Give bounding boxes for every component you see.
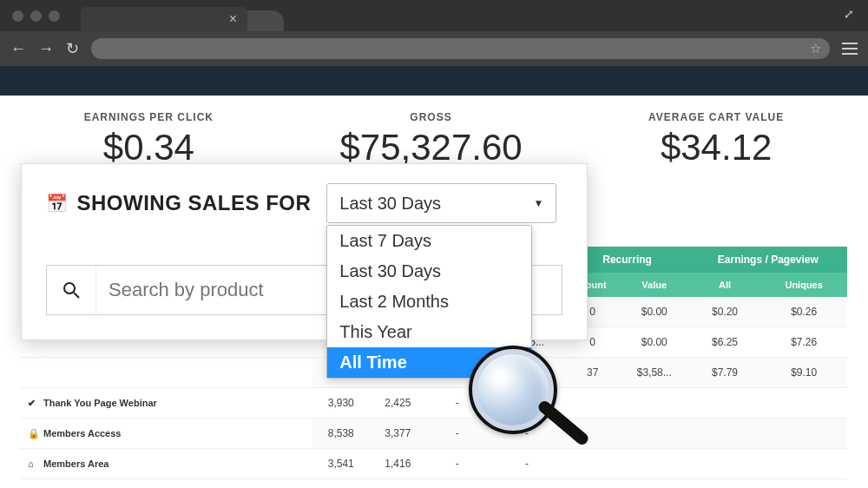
cell — [760, 449, 847, 479]
cell — [689, 449, 761, 479]
row-type-icon: ✔ — [28, 398, 38, 409]
forward-button[interactable]: → — [38, 40, 54, 58]
cell: - — [488, 449, 565, 479]
cell: - — [426, 449, 488, 479]
popup-title: 📅 SHOWING SALES FOR — [46, 191, 311, 215]
cell: $9.10 — [760, 358, 847, 388]
close-window-dot[interactable] — [12, 10, 23, 22]
table-row[interactable]: ⌂Members Area3,5411,416-- — [21, 449, 847, 479]
kpi-label: AVERAGE CART VALUE — [648, 111, 784, 123]
tab-close-icon[interactable]: × — [229, 11, 237, 27]
cell: 8,538 — [312, 419, 370, 449]
cell — [689, 388, 761, 419]
cell — [760, 419, 847, 449]
maximize-window-dot[interactable] — [49, 10, 60, 22]
row-name — [21, 358, 312, 388]
cell: $7.79 — [689, 358, 761, 388]
kpi-gross: GROSS $75,327.60 — [339, 111, 522, 168]
cell: 37 — [566, 358, 620, 388]
reload-button[interactable]: ↻ — [66, 39, 79, 58]
bookmark-star-icon[interactable]: ☆ — [810, 41, 821, 56]
cell: 2,425 — [370, 388, 427, 419]
svg-line-1 — [74, 293, 79, 298]
cell — [760, 388, 847, 419]
kpi-value: $34.12 — [648, 127, 784, 168]
row-type-icon: 🔒 — [28, 428, 38, 439]
cell: $6.25 — [689, 327, 761, 358]
cell: $0.00 — [620, 327, 689, 358]
cell: $0.20 — [689, 297, 761, 327]
cell — [620, 419, 689, 449]
cell: $7.26 — [760, 327, 847, 358]
col-value-recurring[interactable]: Value — [620, 273, 689, 297]
dropdown-selected: Last 30 Days — [339, 194, 441, 214]
cell — [689, 419, 761, 449]
magnifier-illustration — [469, 346, 557, 434]
window-titlebar: × ⤢ — [0, 0, 868, 31]
search-icon[interactable] — [47, 266, 96, 314]
browser-navbar: ← → ↻ ☆ — [0, 31, 868, 66]
col-group-earnings-pageview: Earnings / Pageview — [689, 247, 847, 273]
dropdown-button[interactable]: Last 30 Days ▼ — [326, 183, 556, 223]
kpi-earnings-per-click: EARNINGS PER CLICK $0.34 — [84, 111, 214, 168]
cell — [566, 388, 620, 419]
cell — [620, 388, 689, 419]
dropdown-option[interactable]: Last 30 Days — [327, 256, 531, 287]
chevron-down-icon: ▼ — [533, 197, 543, 209]
table-row[interactable]: ✔Thank You Page Webinar3,9302,425-- — [21, 388, 847, 419]
calendar-icon: 📅 — [46, 193, 69, 214]
dropdown-option[interactable]: This Year — [327, 317, 531, 347]
row-name: ✔Thank You Page Webinar — [21, 388, 312, 419]
minimize-window-dot[interactable] — [30, 10, 42, 22]
expand-icon[interactable]: ⤢ — [844, 7, 854, 21]
cell: 3,930 — [312, 388, 370, 419]
kpi-label: GROSS — [339, 111, 522, 123]
col-uniques[interactable]: Uniques — [760, 273, 847, 297]
cell — [566, 449, 620, 479]
svg-point-0 — [64, 283, 75, 293]
cell: $0.00 — [620, 297, 689, 327]
new-tab-stub[interactable] — [246, 10, 284, 31]
row-name: ⌂Members Area — [21, 449, 312, 479]
browser-tab[interactable]: × — [81, 7, 247, 31]
magnifier-lens-icon — [469, 346, 557, 434]
table-row[interactable]: 🔒Members Access8,5383,377-- — [21, 419, 847, 449]
app-brand-bar — [0, 66, 868, 96]
kpi-value: $75,327.60 — [339, 127, 522, 168]
dropdown-option[interactable]: Last 2 Months — [327, 287, 531, 317]
row-name: 🔒Members Access — [21, 419, 312, 449]
kpi-value: $0.34 — [84, 127, 214, 168]
url-bar[interactable]: ☆ — [91, 38, 830, 59]
cell: 3,377 — [370, 419, 427, 449]
kpi-label: EARNINGS PER CLICK — [84, 111, 214, 123]
date-range-popup: 📅 SHOWING SALES FOR Last 30 Days ▼ Last … — [21, 163, 588, 340]
cell: 3,541 — [312, 449, 370, 479]
cell: $3,58... — [620, 358, 689, 388]
traffic-lights[interactable] — [12, 10, 60, 22]
col-all[interactable]: All — [689, 273, 761, 297]
menu-hamburger-icon[interactable] — [842, 43, 858, 55]
cell: 1,416 — [370, 449, 427, 479]
cell — [620, 449, 689, 479]
cell: $0.26 — [760, 297, 847, 327]
date-range-dropdown[interactable]: Last 30 Days ▼ Last 7 Days Last 30 Days … — [326, 183, 530, 223]
kpi-average-cart-value: AVERAGE CART VALUE $34.12 — [648, 111, 784, 168]
row-type-icon: ⌂ — [28, 458, 38, 469]
back-button[interactable]: ← — [10, 40, 26, 58]
dropdown-option[interactable]: Last 7 Days — [327, 226, 531, 256]
